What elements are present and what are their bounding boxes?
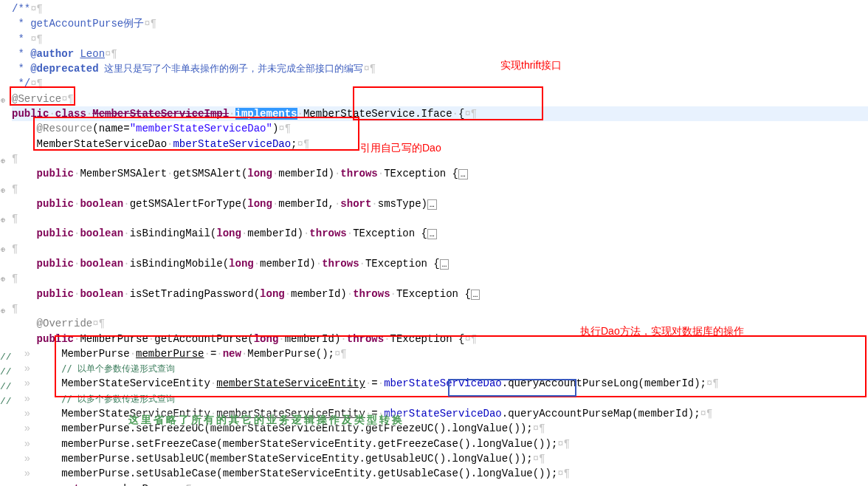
code-line[interactable]: * @deprecated 这里只是写了个非单表操作的例子，并未完成全部接口的编… (12, 61, 868, 76)
indent: » (12, 348, 61, 360)
code-line[interactable]: » memberPurse.setUsableCase(memberStateS… (12, 466, 868, 481)
indent: » (12, 408, 61, 420)
type: MemberStateServiceEntity (61, 408, 210, 420)
ws: · (130, 348, 136, 360)
javadoc: * (12, 33, 30, 45)
param: memberId) (291, 288, 347, 300)
code-line[interactable]: ¶ (12, 242, 868, 256)
fold-icon[interactable]: … (458, 169, 468, 179)
ws: · (347, 227, 353, 239)
ws: · (123, 258, 129, 270)
code-line[interactable]: » memberPurse.setUsableUC(memberStateSer… (12, 451, 868, 466)
keyword-throws: throws (347, 333, 384, 345)
fold-icon[interactable]: ⊕ (1, 186, 5, 197)
code-line[interactable]: ¶ (12, 301, 868, 316)
javadoc-tag-deprecated: @deprecated (30, 63, 98, 75)
code-line[interactable]: /**¤¶ (12, 1, 868, 16)
indent (12, 227, 37, 239)
ws: ¤¶ (557, 468, 570, 479)
variable: memberStateServiceEntity (216, 377, 365, 389)
keyword-public: public (37, 227, 74, 239)
code-line[interactable]: @Resource(name="memberStateServiceDao")¤… (12, 121, 868, 136)
code-line[interactable]: ¶ (12, 151, 868, 166)
code-line[interactable]: » // 以单个参数传递形式查询 (12, 361, 868, 376)
code-line[interactable]: » MemberStateServiceEntity·memberStateSe… (12, 376, 868, 391)
ws: ¤¶ (557, 438, 570, 450)
keyword-class: class (55, 108, 86, 120)
code-line[interactable]: @Override¤¶ (12, 316, 868, 331)
code-editor[interactable]: ⊕ ⊕ ⊕ ⊕ ⊕ ⊕ ⊕ /**¤¶ * getAccountPurse例子¤… (0, 0, 868, 486)
ws: · (285, 288, 291, 300)
throws-type: TException { (390, 333, 465, 345)
code-line[interactable]: public·boolean·isBindingMail(long·member… (12, 226, 868, 241)
indent (12, 318, 37, 329)
method-name: getAccountPurse( (154, 333, 253, 345)
annotation-override: @Override (37, 318, 93, 329)
code-line[interactable]: * getAccountPurse例子¤¶ (12, 16, 868, 31)
javadoc-author-name: Leon (80, 48, 105, 60)
method-name: isBindingMail( (130, 227, 217, 239)
code-line[interactable]: * ¤¶ (12, 32, 868, 47)
fold-icon[interactable]: ⊕ (1, 245, 5, 256)
indent (12, 333, 37, 345)
fold-icon[interactable]: … (440, 259, 450, 270)
code-line[interactable]: @Service¤¶ (12, 92, 868, 106)
code-line[interactable]: ¶ (12, 271, 868, 286)
code-line[interactable]: » MemberPurse·memberPurse·=·new·MemberPu… (12, 346, 868, 361)
ws: · (340, 333, 346, 345)
code-line[interactable]: » memberPurse.setFreezeCase(memberStateS… (12, 437, 868, 451)
fold-icon[interactable]: ⊕ (1, 216, 5, 227)
code-line[interactable]: ¶ (12, 182, 868, 196)
ws: · (86, 108, 92, 120)
fold-icon[interactable]: … (471, 290, 480, 300)
javadoc-open: /** (12, 3, 30, 15)
ws: · (371, 198, 377, 210)
ws: ¤¶ (61, 93, 74, 105)
code-line[interactable]: * @author Leon¤¶ (12, 47, 868, 61)
throws-type: TException { (384, 168, 458, 179)
ws: ¤¶ (700, 408, 713, 420)
code-line[interactable]: public·boolean·isSetTradingPassword(long… (12, 287, 868, 301)
keyword-throws: throws (353, 288, 390, 300)
keyword-long: long (247, 168, 272, 179)
ws: ¤¶ (105, 48, 117, 60)
javadoc-text: 这里只是写了个非单表操作的例子，并未完成全部接口的编写 (99, 63, 364, 74)
code-line[interactable]: public·boolean·getSMSAlertForType(long·m… (12, 196, 868, 211)
ws: · (378, 408, 384, 420)
method-name: isBindingMobile( (130, 258, 229, 270)
fold-icon[interactable]: ⊕ (1, 307, 5, 318)
ws: ¤¶ (30, 78, 43, 89)
fold-icon[interactable]: ⊕ (1, 275, 5, 286)
ws: · (229, 108, 235, 120)
ws: · (390, 288, 396, 300)
code-line[interactable]: » // 以多个参数传递形式查询 (12, 391, 868, 406)
stmt: memberPurse.setUsableUC(memberStateServi… (61, 453, 533, 465)
throws-type: TException { (365, 258, 440, 270)
fold-icon[interactable]: … (427, 199, 437, 210)
keyword-public: public (37, 258, 74, 270)
fold-icon[interactable]: … (427, 229, 437, 239)
code-line[interactable]: public·MemberSMSAlert·getSMSAlert(long·m… (12, 166, 868, 181)
ws: ¤¶ (179, 483, 192, 487)
code-line[interactable]: » memberPurse.setFreezeUC(memberStateSer… (12, 421, 868, 436)
fold-icon[interactable]: ⊕ (1, 157, 5, 168)
ws: · (347, 288, 353, 300)
code-line[interactable]: » MemberStateServiceEntity·memberStateSe… (12, 406, 868, 421)
method-call: .queryAccountPurseMap(memberId); (502, 408, 700, 420)
gutter-comment-mark: // (0, 366, 12, 380)
indent: » (12, 393, 61, 405)
code-line[interactable]: */¤¶ (12, 76, 868, 91)
code-line[interactable]: public·boolean·isBindingMobile(long·memb… (12, 256, 868, 271)
code-line[interactable]: MemberStateServiceDao·mberStateServiceDa… (12, 137, 868, 151)
code-line[interactable]: public·MemberPurse·getAccountPurse(long·… (12, 332, 868, 346)
keyword-public: public (37, 198, 74, 210)
code-line[interactable]: public·class·MemberStateServiceImpl·impl… (12, 106, 868, 121)
return-type: MemberSMSAlert (80, 168, 167, 179)
ws: · (384, 333, 390, 345)
fold-icon[interactable]: ⊕ (1, 96, 5, 107)
string-literal: "memberStateServiceDao" (130, 123, 272, 134)
ws: · (378, 377, 384, 389)
code-line[interactable]: » return·memberPurse;¤¶ (12, 482, 868, 487)
code-line[interactable]: ¶ (12, 211, 868, 226)
method-call: .queryAccountPurseLong(memberId); (502, 377, 706, 389)
